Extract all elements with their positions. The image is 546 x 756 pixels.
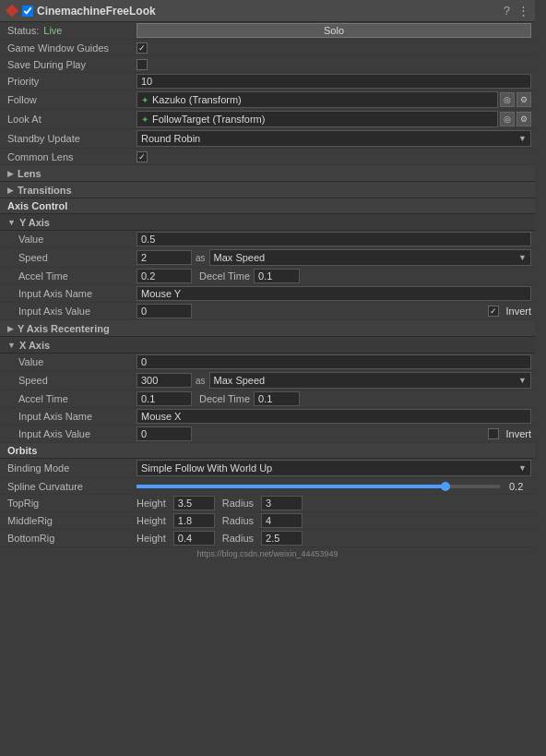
x-axis-input-name-label: Input Axis Name (7, 411, 136, 422)
help-icon[interactable]: ? (504, 4, 510, 18)
x-axis-speed-input[interactable] (136, 373, 192, 388)
x-axis-input-value-label: Input Axis Value (7, 428, 136, 439)
x-axis-decel-label: Decel Time (199, 393, 250, 404)
follow-target-pick[interactable]: ◎ (500, 92, 515, 107)
x-axis-speed-mode-dropdown[interactable]: Max Speed ▼ (209, 372, 531, 389)
middle-rig-fields: Height Radius (136, 513, 531, 528)
y-axis-speed-container: as Max Speed ▼ (136, 249, 531, 266)
middle-rig-label: MiddleRig (7, 515, 136, 526)
binding-mode-dropdown[interactable]: Simple Follow With World Up ▼ (136, 460, 531, 476)
y-axis-value-row: Value (0, 231, 535, 248)
save-during-play-row: Save During Play (0, 56, 535, 73)
y-axis-section: ▼ Y Axis (0, 214, 535, 231)
x-axis-value-row: Value (0, 354, 535, 371)
follow-row: Follow ✦ Kazuko (Transform) ◎ ⚙ (0, 90, 535, 110)
y-axis-input-name-input[interactable] (136, 286, 531, 301)
x-axis-arrow[interactable]: ▼ (7, 341, 16, 350)
bottom-rig-radius-input[interactable] (261, 531, 303, 546)
top-rig-height-input[interactable] (173, 496, 215, 510)
lens-arrow[interactable]: ▶ (7, 169, 14, 178)
y-axis-speed-mode-dropdown[interactable]: Max Speed ▼ (209, 249, 531, 266)
transitions-label: Transitions (18, 185, 72, 196)
standby-update-dropdown[interactable]: Round Robin ▼ (136, 130, 531, 147)
component-icon (6, 5, 18, 18)
y-axis-input-name-row: Input Axis Name (0, 285, 535, 303)
game-window-guides-checkbox[interactable] (136, 42, 148, 54)
y-axis-invert-container: Invert (136, 304, 531, 318)
y-axis-accel-row: Accel Time Decel Time (0, 268, 535, 285)
common-lens-row: Common Lens (0, 149, 535, 165)
lens-label: Lens (18, 168, 42, 179)
x-axis-accel-row: Accel Time Decel Time (0, 390, 535, 408)
y-axis-accel-container: Decel Time (136, 269, 531, 283)
x-axis-input-value-input[interactable] (136, 426, 192, 441)
look-at-pick[interactable]: ◎ (500, 112, 515, 126)
y-axis-input-value-input[interactable] (136, 304, 192, 318)
standby-update-value: Round Robin (141, 133, 200, 144)
common-lens-checkbox[interactable] (136, 151, 148, 162)
x-axis-accel-input[interactable] (136, 391, 192, 406)
standby-update-arrow: ▼ (518, 134, 527, 143)
y-axis-accel-input[interactable] (136, 269, 192, 283)
y-axis-arrow[interactable]: ▼ (7, 218, 16, 227)
x-axis-invert-checkbox[interactable] (488, 428, 499, 439)
x-axis-input-value-row: Input Axis Value Invert (0, 426, 535, 443)
bottom-rig-height-label: Height (136, 533, 166, 544)
top-rig-row: TopRig Height Radius (0, 495, 535, 512)
transitions-section: ▶ Transitions (0, 182, 535, 198)
y-axis-decel-input[interactable] (254, 269, 300, 283)
standby-update-row: Standby Update Round Robin ▼ (0, 129, 535, 149)
top-rig-radius-input[interactable] (261, 496, 303, 510)
component-title: CinemachineFreeLook (37, 5, 500, 18)
solo-button[interactable]: Solo (136, 23, 531, 38)
status-label: Status: Live (7, 25, 136, 36)
x-axis-input-name-input[interactable] (136, 409, 531, 424)
slider-thumb[interactable] (441, 482, 450, 491)
x-axis-decel-input[interactable] (254, 391, 300, 406)
bottom-rig-fields: Height Radius (136, 531, 531, 546)
y-axis-speed-label: Speed (7, 252, 136, 263)
y-axis-speed-row: Speed as Max Speed ▼ (0, 248, 535, 268)
binding-mode-row: Binding Mode Simple Follow With World Up… (0, 459, 535, 478)
transitions-arrow[interactable]: ▶ (7, 186, 14, 195)
spline-curvature-slider[interactable]: 0.2 (136, 481, 531, 492)
x-axis-section: ▼ X Axis (0, 337, 535, 354)
follow-target-settings[interactable]: ⚙ (516, 92, 531, 107)
x-axis-speed-mode-arrow: ▼ (518, 376, 527, 385)
look-at-field[interactable]: ✦ FollowTarget (Transform) (136, 111, 498, 127)
y-axis-input-value-row: Input Axis Value Invert (0, 303, 535, 320)
standby-update-label: Standby Update (7, 133, 136, 144)
y-axis-speed-input[interactable] (136, 250, 192, 265)
y-axis-value-label: Value (7, 234, 136, 245)
x-axis-invert-label: Invert (505, 428, 531, 439)
component-enabled-checkbox[interactable] (22, 6, 33, 17)
middle-rig-radius-input[interactable] (261, 513, 303, 528)
lens-section: ▶ Lens (0, 165, 535, 182)
bottom-rig-height-input[interactable] (173, 531, 215, 546)
y-axis-invert-checkbox[interactable] (488, 306, 499, 317)
y-axis-as-label: as (196, 253, 206, 263)
y-axis-speed-mode-arrow: ▼ (518, 253, 527, 262)
x-axis-invert-container: Invert (136, 426, 531, 441)
follow-target-value: Kazuko (Transform) (152, 94, 493, 105)
spline-curvature-label: Spline Curvature (7, 481, 136, 492)
menu-icon[interactable]: ⋮ (517, 4, 529, 18)
middle-rig-height-input[interactable] (173, 513, 215, 528)
follow-label: Follow (7, 94, 136, 105)
look-at-settings[interactable]: ⚙ (516, 112, 531, 126)
game-window-guides-row: Game Window Guides (0, 40, 535, 56)
bottom-rig-label: BottomRig (7, 533, 136, 544)
priority-input[interactable] (136, 74, 531, 89)
game-window-guides-label: Game Window Guides (7, 42, 136, 54)
save-during-play-checkbox[interactable] (136, 59, 148, 70)
component-header: CinemachineFreeLook ? ⋮ (0, 0, 535, 22)
y-axis-recentering-arrow[interactable]: ▶ (7, 324, 14, 333)
look-at-label: Look At (7, 114, 136, 125)
y-axis-value-input[interactable] (136, 232, 531, 246)
follow-field[interactable]: ✦ Kazuko (Transform) (136, 91, 498, 108)
follow-target-icon: ✦ (141, 95, 148, 105)
x-axis-input-name-row: Input Axis Name (0, 408, 535, 426)
look-at-target-value: FollowTarget (Transform) (152, 114, 493, 125)
x-axis-accel-label: Accel Time (7, 393, 136, 404)
x-axis-value-input[interactable] (136, 354, 531, 369)
